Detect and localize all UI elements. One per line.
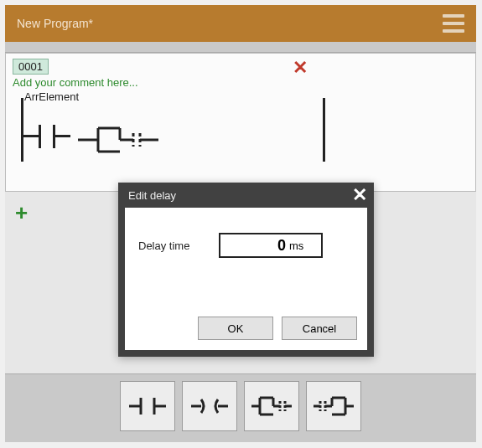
dialog-title: Edit delay [128,189,176,202]
delay-label: Delay time [138,239,209,252]
function-block-icon[interactable] [78,123,170,157]
program-title: New Program* [17,17,93,30]
element-palette [5,374,476,440]
delay-unit: ms [289,239,303,252]
dialog-header: Edit delay ✕ [118,183,374,208]
ladder-row[interactable] [13,106,469,167]
dialog-footer: OK Cancel [125,308,367,350]
rung-comment[interactable]: Add your comment here... [13,76,469,89]
add-rung-icon[interactable]: + [15,202,28,224]
contact-no-icon[interactable] [23,123,70,148]
delay-field: Delay time ms [138,233,354,258]
ok-button[interactable]: OK [198,317,273,340]
close-icon[interactable]: ✕ [352,184,367,206]
right-rail [323,98,325,162]
delay-input[interactable] [225,237,286,255]
rung: 0001 ✕ Add your comment here... ArrEleme… [5,53,476,192]
element-label: ArrElement [24,90,469,103]
delete-rung-icon[interactable]: ✕ [293,57,308,79]
hamburger-menu-icon[interactable] [443,14,464,33]
cancel-button[interactable]: Cancel [282,317,357,340]
edit-delay-dialog: Edit delay ✕ Delay time ms OK Cancel [118,183,374,357]
delay-input-wrap: ms [219,233,323,258]
rung-number[interactable]: 0001 [13,59,49,75]
palette-function-block-b[interactable] [306,381,361,431]
dialog-body: Delay time ms [125,208,367,308]
palette-function-block-a[interactable] [244,381,299,431]
palette-contact-no[interactable] [120,381,175,431]
titlebar: New Program* [5,5,476,42]
palette-coil[interactable] [182,381,237,431]
